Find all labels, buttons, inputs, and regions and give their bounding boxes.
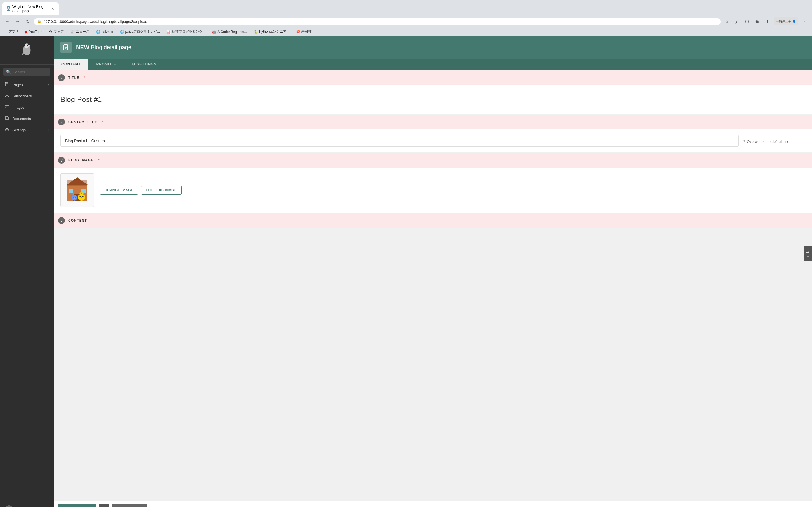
image-action-buttons: CHANGE IMAGE EDIT THIS IMAGE: [100, 186, 182, 194]
svg-rect-24: [82, 189, 86, 193]
competitive-icon: 📊: [167, 30, 171, 34]
custom-title-help: ? Overwrites the default title: [743, 139, 805, 144]
edit-this-image-button[interactable]: EDIT THIS IMAGE: [141, 186, 182, 194]
new-tab-button[interactable]: +: [60, 4, 68, 13]
address-bar[interactable]: 🔒 127.0.0.1:8000/admin/pages/add/blog/bl…: [34, 18, 721, 25]
extension-button-3[interactable]: ◉: [753, 17, 761, 25]
bookmark-youtube[interactable]: ▶ YouTube: [24, 29, 43, 34]
title-section-label: TITLE: [68, 76, 79, 80]
main-content: NEW Blog detail page CONTENT PROMOTE ⚙ S…: [54, 36, 812, 507]
reload-button[interactable]: ↻: [24, 17, 32, 25]
sidebar-item-subscribers-label: Susbcribers: [12, 94, 49, 98]
custom-title-input[interactable]: [60, 135, 739, 147]
bookmark-python[interactable]: 🐍 Pythonエンジニア...: [253, 29, 290, 35]
bookmark-map[interactable]: 🗺 マップ: [48, 29, 65, 35]
page-tabs: CONTENT PROMOTE ⚙ SETTINGS: [54, 59, 812, 70]
bookmark-apps[interactable]: ⊞ アプリ: [3, 29, 20, 35]
paiza2-icon: 🌐: [120, 30, 124, 34]
help-icon: ?: [743, 139, 745, 144]
title-section-header[interactable]: ∨ TITLE *: [54, 70, 812, 85]
tab-content[interactable]: CONTENT: [54, 59, 88, 70]
title-section: ∨ TITLE * Blog Post #1: [54, 70, 812, 114]
svg-point-10: [6, 106, 7, 107]
djdt-panel[interactable]: DjDT: [804, 246, 812, 261]
bookmark-paiza2[interactable]: 🌐 paizaプログラミング...: [119, 29, 161, 35]
content-section-header[interactable]: ∨ CONTENT: [54, 213, 812, 228]
svg-point-2: [25, 43, 29, 48]
sidebar-item-subscribers[interactable]: Susbcribers: [0, 91, 54, 102]
bookmark-sushi[interactable]: 🍣 寿司打: [295, 29, 313, 35]
map-icon: 🗺: [49, 30, 52, 34]
blog-image-section-label: BLOG IMAGE: [68, 158, 93, 162]
tab-promote[interactable]: PROMOTE: [88, 59, 124, 70]
svg-point-28: [81, 197, 82, 198]
sidebar-item-pages-label: Pages: [12, 83, 45, 87]
form-content: ∨ TITLE * Blog Post #1 ∨ CUSTOM TITLE *: [54, 70, 812, 501]
title-required-star: *: [84, 75, 85, 80]
sidebar-item-settings[interactable]: Settings ›: [0, 124, 54, 135]
custom-title-section-label: CUSTOM TITLE: [68, 120, 97, 124]
tab-settings[interactable]: ⚙ SETTINGS: [124, 59, 164, 70]
blog-image-svg: [62, 175, 93, 206]
content-section: ∨ CONTENT: [54, 213, 812, 228]
svg-rect-23: [69, 189, 73, 193]
forward-button[interactable]: →: [13, 17, 21, 25]
documents-icon: [4, 116, 10, 121]
extension-button-2[interactable]: ⬡: [743, 17, 751, 25]
blog-image-collapse-button[interactable]: ∨: [58, 157, 65, 164]
content-collapse-button[interactable]: ∨: [58, 217, 65, 224]
sidebar-item-images-label: Images: [12, 105, 49, 110]
custom-title-section: ∨ CUSTOM TITLE * ? Overwrites the defaul…: [54, 115, 812, 152]
svg-point-34: [74, 198, 75, 199]
title-section-body: Blog Post #1: [54, 85, 812, 114]
tab-close-button[interactable]: ✕: [51, 7, 54, 11]
back-button[interactable]: ←: [3, 17, 11, 25]
page-title: NEW Blog detail page: [76, 44, 132, 51]
user-avatar: T: [4, 505, 13, 507]
sidebar-item-images[interactable]: Images: [0, 102, 54, 113]
svg-rect-9: [5, 105, 9, 108]
svg-point-30: [83, 196, 84, 198]
page-header: NEW Blog detail page: [54, 36, 812, 59]
title-collapse-button[interactable]: ∨: [58, 74, 65, 81]
news-icon: 📰: [70, 30, 75, 34]
custom-title-section-header[interactable]: ∨ CUSTOM TITLE *: [54, 115, 812, 129]
extension-button-1[interactable]: 𝒇: [733, 17, 741, 25]
pause-button[interactable]: 一時停止中 👤: [774, 17, 799, 25]
bookmark-atcoder[interactable]: 🤖 AtCoder Beginner...: [211, 29, 248, 34]
bottom-bar: SAVE DRAFT ▲ 👁 PREVIEW: [54, 501, 812, 507]
svg-point-29: [79, 196, 80, 198]
extension-button-4[interactable]: ⬇: [763, 17, 771, 25]
sidebar-item-documents[interactable]: Documents: [0, 113, 54, 124]
python-icon: 🐍: [254, 30, 258, 34]
preview-button[interactable]: 👁 PREVIEW: [112, 504, 147, 507]
sidebar-search-container: 🔍: [0, 64, 54, 79]
svg-point-13: [6, 129, 8, 130]
sidebar: 🔍 Pages ›: [0, 36, 54, 507]
content-section-label: CONTENT: [68, 219, 87, 223]
tab-favicon: [7, 6, 10, 11]
bookmark-news[interactable]: 📰 ニュース: [69, 29, 91, 35]
expand-button[interactable]: ▲: [99, 504, 109, 507]
youtube-icon: ▶: [26, 30, 28, 34]
browser-tab[interactable]: Wagtail - New Blog detail page ✕: [2, 2, 59, 15]
bookmark-competitive[interactable]: 📊 競技プログラミング...: [165, 29, 206, 35]
pages-arrow-icon: ›: [48, 83, 49, 87]
sidebar-logo: [0, 36, 54, 64]
settings-icon: [4, 127, 10, 133]
custom-title-collapse-button[interactable]: ∨: [58, 119, 65, 125]
sushi-icon: 🍣: [296, 30, 300, 34]
lock-icon: 🔒: [37, 19, 42, 23]
url-text: 127.0.0.1:8000/admin/pages/add/blog/blog…: [44, 19, 147, 24]
sidebar-item-documents-label: Documents: [12, 117, 49, 121]
sidebar-item-pages[interactable]: Pages ›: [0, 79, 54, 91]
save-draft-button[interactable]: SAVE DRAFT: [58, 504, 96, 507]
menu-button[interactable]: ⋮: [801, 17, 809, 25]
blog-image-section-header[interactable]: ∨ BLOG IMAGE *: [54, 153, 812, 168]
bookmark-paiza[interactable]: 🌐 paiza.io: [95, 29, 114, 34]
svg-point-8: [6, 94, 8, 96]
blog-image-section: ∨ BLOG IMAGE *: [54, 153, 812, 213]
change-image-button[interactable]: CHANGE IMAGE: [100, 186, 138, 194]
tab-title: Wagtail - New Blog detail page: [12, 4, 47, 13]
bookmark-star-button[interactable]: ☆: [723, 17, 731, 25]
